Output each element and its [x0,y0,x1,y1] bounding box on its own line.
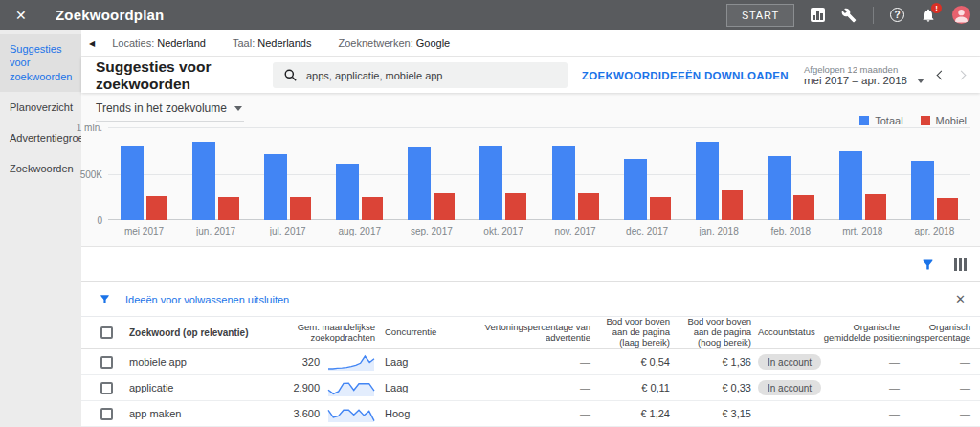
filter-icon[interactable] [921,258,935,272]
bar-group [827,127,899,220]
bar-total[interactable] [408,147,431,220]
remove-filter-icon[interactable]: ✕ [955,292,966,306]
table-row[interactable]: mobiele app320Laag—€ 0,54€ 1,36In accoun… [81,349,980,375]
table-row[interactable]: applicatie2.900Laag—€ 0,11€ 0,33In accou… [81,375,980,401]
next-period-chevron[interactable] [957,71,967,80]
bar-total[interactable] [192,142,215,220]
bar-total[interactable] [264,154,287,220]
download-keyword-ideas-link[interactable]: ZOEKWOORDIDEEËN DOWNLOADEN [582,70,789,81]
row-checkbox[interactable] [100,408,113,420]
bar-total[interactable] [121,146,144,220]
bar-group [108,127,180,220]
date-range-value: mei 2017 – apr. 2018 [804,75,907,86]
bid-high-cell: € 3,15 [670,408,751,419]
x-axis-label: dec. 2017 [612,226,683,236]
column-header-avg-monthly-searches[interactable]: Gem. maandelijkse zoekopdrachten [249,323,375,344]
organic-position-cell: — [821,408,900,419]
keyword-cell: applicatie [129,382,249,393]
sidebar-item-suggesties[interactable]: Suggesties voor zoekwoorden [0,34,81,92]
bar-mobile[interactable] [793,195,814,220]
x-axis-label: jul. 2017 [252,226,323,236]
bar-total[interactable] [696,142,719,220]
bar-total[interactable] [911,161,934,220]
sidebar-item-zoekwoorden[interactable]: Zoekwoorden [0,153,81,184]
column-header-competition[interactable]: Concurrentie [375,327,480,338]
bar-mobile[interactable] [218,197,239,220]
date-range-selector[interactable]: Afgelopen 12 maanden mei 2017 – apr. 201… [804,64,924,86]
competition-cell: Hoog [375,408,480,419]
keyword-cell: mobiele app [129,356,249,368]
search-query-text: apps, applicatie, mobiele app [306,70,442,81]
tools-wrench-icon[interactable] [841,8,857,23]
bar-mobile[interactable] [290,197,311,220]
notifications-bell-icon[interactable]: ! [921,8,936,23]
networks-setting[interactable]: Zoeknetwerken:Google [338,37,450,49]
active-filter-row: Ideeën voor volwassenen uitsluiten ✕ [81,282,980,317]
legend-item-totaal[interactable]: Totaal [859,115,902,126]
chart-dropdown-label: Trends in het zoekvolume [96,101,227,115]
bar-mobile[interactable] [937,198,958,220]
column-header-organic-impression-share[interactable]: Organisch vertoningspercentage [900,323,980,344]
competition-cell: Laag [375,382,480,393]
column-header-ad-impression-share[interactable]: Vertoningspercentage van advertentie [480,323,590,344]
table-row[interactable]: app maken3.600Hoog—€ 1,24€ 3,15—— [81,401,980,427]
column-header-bid-low[interactable]: Bod voor boven aan de pagina (laag berei… [590,317,670,348]
row-select-cell [81,382,129,394]
keyword-search-input[interactable]: apps, applicatie, mobiele app [273,62,568,88]
sidebar-item-label: Zoekwoorden [10,163,74,174]
organic-position-cell: — [821,356,900,368]
bar-total[interactable] [479,146,502,220]
column-header-keyword[interactable]: Zoekwoord (op relevantie) [129,327,249,339]
bid-low-cell: € 0,11 [590,382,670,393]
bid-high-cell: € 0,33 [670,382,751,393]
bar-mobile[interactable] [578,193,599,220]
language-setting[interactable]: Taal:Nederlands [233,37,312,49]
collapse-panel-icon[interactable]: ◀ [89,39,95,48]
bar-mobile[interactable] [505,193,526,220]
adult-ideas-filter-chip[interactable]: Ideeën voor volwassenen uitsluiten [125,294,289,305]
row-checkbox[interactable] [100,382,113,394]
table-header: Zoekwoord (op relevantie) Gem. maandelij… [81,317,980,349]
sidebar-item-advertentiegroepen[interactable]: Advertentiegroepen [0,123,81,153]
help-icon[interactable]: ? [890,8,904,22]
column-header-organic-position[interactable]: Organische gemiddelde positie [821,323,900,344]
chart-type-dropdown[interactable]: Trends in het zoekvolume [96,101,244,122]
bar-mobile[interactable] [434,193,455,220]
bar-total[interactable] [336,164,359,220]
previous-period-chevron[interactable] [937,71,947,80]
locations-setting[interactable]: Locaties:Nederland [112,37,206,49]
table-toolbar [81,247,980,282]
legend-swatch [921,116,930,125]
bar-group [899,127,970,220]
topbar-divider [873,7,874,24]
bar-mobile[interactable] [722,190,743,220]
x-axis-label: nov. 2017 [539,226,611,236]
bar-total[interactable] [768,156,791,220]
row-select-cell [81,356,129,369]
bar-mobile[interactable] [865,194,886,220]
bar-mobile[interactable] [362,197,383,220]
bar-group [683,127,755,220]
select-all-checkbox[interactable] [100,326,113,339]
close-icon[interactable]: ✕ [15,8,34,23]
column-header-bid-high[interactable]: Bod voor boven aan de pagina (hoog berei… [670,317,751,348]
competition-cell: Laag [375,356,480,368]
bar-total[interactable] [839,151,862,220]
reports-icon[interactable] [811,8,825,22]
notification-badge: ! [931,3,942,13]
trend-sparkline [327,404,375,423]
start-button[interactable]: START [726,4,794,27]
columns-icon[interactable] [954,258,967,271]
row-checkbox[interactable] [100,356,113,369]
bar-mobile[interactable] [650,197,671,220]
avatar[interactable] [952,6,970,24]
x-axis-label: mei 2017 [108,226,180,236]
chart-x-labels: mei 2017jun. 2017jul. 2017aug. 2017sep. … [108,226,970,236]
column-header-account-status[interactable]: Accountstatus [751,327,821,338]
bar-total[interactable] [624,159,647,221]
bar-total[interactable] [552,146,575,220]
sidebar-item-planoverzicht[interactable]: Planoverzicht [0,92,81,123]
bar-mobile[interactable] [146,196,167,220]
legend-item-mobiel[interactable]: Mobiel [921,115,967,126]
x-axis-label: apr. 2018 [899,226,970,236]
